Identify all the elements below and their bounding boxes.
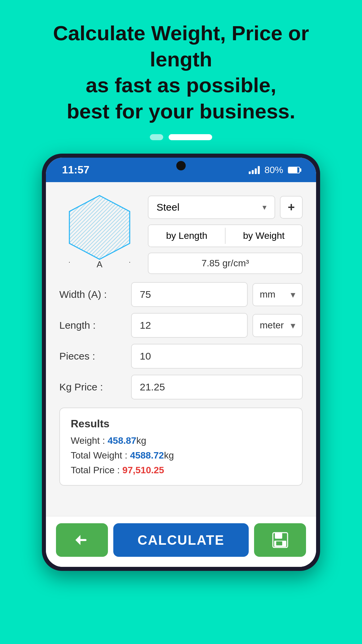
app-content: A Steel ▾ + <box>46 182 316 516</box>
width-unit-selector[interactable]: mm ▾ <box>252 283 303 306</box>
total-weight-result-row: Total Weight : 4588.72kg <box>71 450 291 461</box>
calculate-button-label: CALCULATE <box>137 533 224 548</box>
calculation-mode-toggle: by Length by Weight <box>148 224 303 247</box>
phone-inner: 11:57 80% <box>46 158 316 567</box>
width-input[interactable]: 75 <box>131 282 248 307</box>
calculate-button[interactable]: CALCULATE <box>113 523 249 557</box>
chevron-down-icon: ▾ <box>262 203 266 212</box>
length-unit-selector[interactable]: meter ▾ <box>252 314 303 337</box>
svg-rect-10 <box>276 541 282 545</box>
save-button[interactable] <box>254 523 306 557</box>
header-text: Calculate Weight, Price or length as fas… <box>27 20 335 124</box>
total-weight-value: 4588.72 <box>130 450 164 461</box>
chevron-down-icon: ▾ <box>291 289 295 300</box>
bottom-bar: CALCULATE <box>46 516 316 567</box>
chevron-down-icon: ▾ <box>291 320 295 331</box>
share-icon <box>74 532 90 548</box>
inputs-section: Width (A) : 75 mm ▾ Length : 12 <box>59 282 303 399</box>
length-input[interactable]: 12 <box>131 313 248 338</box>
hexagon-shape <box>63 192 136 263</box>
phone-frame: 11:57 80% <box>42 154 320 571</box>
length-label: Length : <box>59 320 126 331</box>
pieces-label: Pieces : <box>59 351 126 362</box>
header-section: Calculate Weight, Price or length as fas… <box>0 0 362 134</box>
material-value: Steel <box>157 202 179 213</box>
pagination-dot-2[interactable] <box>169 134 212 140</box>
material-selector[interactable]: Steel ▾ <box>148 196 275 219</box>
by-length-button[interactable]: by Length <box>148 225 225 247</box>
results-title: Results <box>71 418 291 430</box>
weight-result-row: Weight : 458.87kg <box>71 435 291 446</box>
total-price-result-row: Total Price : 97,510.25 <box>71 465 291 476</box>
pagination <box>150 134 212 140</box>
length-row: Length : 12 meter ▾ <box>59 313 303 338</box>
shape-container: A <box>59 192 140 274</box>
svg-rect-6 <box>80 539 86 541</box>
svg-marker-1 <box>69 196 130 259</box>
pieces-input[interactable]: 10 <box>131 344 303 369</box>
width-label: Width (A) : <box>59 289 126 300</box>
dimension-label-a: A <box>97 259 102 270</box>
material-row: Steel ▾ + <box>148 196 303 219</box>
battery-level: 80% <box>264 165 283 175</box>
results-box: Results Weight : 458.87kg Total Weight :… <box>59 408 303 486</box>
width-row: Width (A) : 75 mm ▾ <box>59 282 303 307</box>
weight-value: 458.87 <box>108 435 136 446</box>
pagination-dot-1[interactable] <box>150 134 163 140</box>
signal-icon <box>249 166 260 174</box>
density-badge: 7.85 gr/cm³ <box>148 253 303 274</box>
total-price-value: 97,510.25 <box>122 465 164 475</box>
kg-price-input[interactable]: 21.25 <box>131 375 303 399</box>
battery-icon <box>288 167 300 173</box>
svg-rect-8 <box>275 533 282 539</box>
right-controls: Steel ▾ + by Length <box>148 192 303 274</box>
save-icon <box>272 531 289 549</box>
top-section: A Steel ▾ + <box>59 192 303 274</box>
status-time: 11:57 <box>62 164 89 176</box>
add-material-button[interactable]: + <box>280 196 303 219</box>
share-button[interactable] <box>56 523 108 557</box>
pieces-row: Pieces : 10 <box>59 344 303 369</box>
camera-notch <box>176 161 186 170</box>
kg-price-label: Kg Price : <box>59 381 126 393</box>
svg-marker-5 <box>75 535 80 545</box>
kg-price-row: Kg Price : 21.25 <box>59 375 303 399</box>
by-weight-button[interactable]: by Weight <box>226 225 302 247</box>
status-right: 80% <box>249 165 300 175</box>
